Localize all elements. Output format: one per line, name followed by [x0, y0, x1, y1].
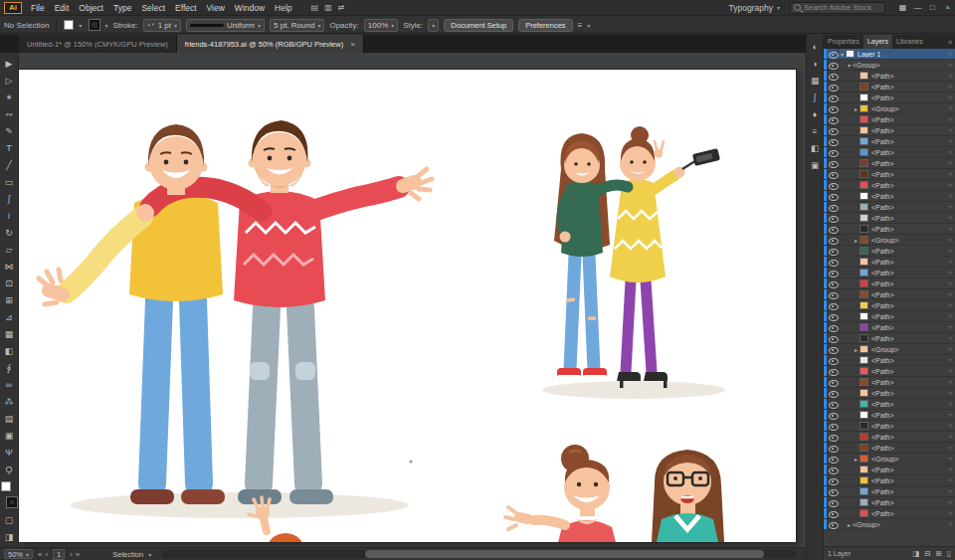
object-row[interactable]: <Path>○ — [824, 443, 955, 454]
target-circle-icon[interactable]: ○ — [948, 488, 952, 494]
object-row[interactable]: <Path>○ — [824, 432, 955, 443]
object-row[interactable]: <Path>○ — [824, 257, 955, 268]
width-profile-dropdown[interactable]: Uniform ▾ — [186, 19, 265, 32]
visibility-eye-icon[interactable] — [827, 213, 839, 224]
layer-row[interactable]: ▾Layer 1○ — [824, 49, 955, 60]
visibility-eye-icon[interactable] — [827, 421, 839, 432]
target-circle-icon[interactable]: ○ — [948, 313, 952, 319]
paintbrush-tool[interactable]: ʃ — [0, 190, 19, 207]
visibility-eye-icon[interactable] — [827, 486, 839, 497]
symbols-panel-icon[interactable]: ♦ — [806, 106, 824, 122]
target-circle-icon[interactable]: ○ — [948, 94, 952, 100]
chevron-down-icon[interactable]: ▾ — [391, 22, 394, 29]
object-row[interactable]: <Path>○ — [824, 279, 955, 289]
visibility-eye-icon[interactable] — [827, 125, 839, 136]
disclosure-right-icon[interactable]: ▸ — [846, 521, 853, 528]
stroke-panel-icon[interactable]: ≡ — [806, 123, 824, 139]
visibility-eye-icon[interactable] — [827, 60, 839, 71]
chevron-down-icon[interactable]: ▾ — [317, 22, 320, 29]
visibility-eye-icon[interactable] — [827, 169, 839, 180]
canvas-artwork[interactable] — [19, 70, 796, 542]
object-row[interactable]: <Path>○ — [824, 377, 955, 388]
stroke-weight-field[interactable]: ▲▼ 1 pt ▾ — [143, 19, 181, 32]
type-tool[interactable]: T — [0, 139, 19, 156]
object-row[interactable]: <Path>○ — [824, 355, 955, 366]
symbol-sprayer-tool[interactable]: ⁂ — [0, 393, 19, 410]
disclosure-right-icon[interactable]: ▸ — [853, 237, 860, 244]
group-row[interactable]: ▸<Group>○ — [824, 103, 955, 114]
eyedropper-tool[interactable]: ∮ — [0, 359, 19, 376]
group-row[interactable]: ▸<Group>○ — [824, 344, 955, 355]
target-circle-icon[interactable]: ○ — [948, 84, 952, 90]
shape-builder-tool[interactable]: ⊞ — [0, 291, 19, 308]
object-row[interactable]: <Path>○ — [824, 289, 955, 300]
object-row[interactable]: <Path>○ — [824, 322, 955, 333]
width-tool[interactable]: ⋈ — [0, 258, 19, 275]
visibility-eye-icon[interactable] — [827, 71, 839, 82]
visibility-eye-icon[interactable] — [827, 388, 839, 399]
target-circle-icon[interactable]: ○ — [948, 379, 952, 385]
disclosure-right-icon[interactable]: ▸ — [853, 456, 860, 463]
opacity-field[interactable]: 100% ▾ — [364, 19, 398, 32]
menu-help[interactable]: Help — [270, 0, 296, 16]
artwork-men-hugging[interactable] — [39, 120, 432, 518]
visibility-eye-icon[interactable] — [827, 268, 839, 279]
object-row[interactable]: <Path>○ — [824, 169, 955, 180]
scale-tool[interactable]: ▱ — [0, 241, 19, 258]
target-circle-icon[interactable]: ○ — [948, 237, 952, 243]
stepper-icon[interactable]: ▲▼ — [147, 23, 155, 27]
object-row[interactable]: <Path>○ — [824, 268, 955, 279]
visibility-eye-icon[interactable] — [827, 519, 839, 530]
object-row[interactable]: <Path>○ — [824, 213, 955, 224]
visibility-eye-icon[interactable] — [827, 103, 839, 114]
menu-select[interactable]: Select — [136, 0, 170, 16]
stroke-color-swatch[interactable] — [90, 20, 99, 30]
menu-object[interactable]: Object — [74, 0, 108, 16]
object-row[interactable]: <Path>○ — [824, 410, 955, 421]
artwork-selfie-women[interactable] — [542, 126, 725, 399]
target-circle-icon[interactable]: ○ — [948, 499, 952, 505]
target-circle-icon[interactable]: ○ — [948, 259, 952, 265]
visibility-eye-icon[interactable] — [827, 344, 839, 355]
object-row[interactable]: <Path>○ — [824, 147, 955, 158]
visibility-eye-icon[interactable] — [827, 180, 839, 191]
artboards-panel-icon[interactable]: ▣ — [806, 157, 824, 173]
object-row[interactable]: <Path>○ — [824, 465, 955, 475]
object-row[interactable]: <Path>○ — [824, 136, 955, 147]
target-circle-icon[interactable]: ○ — [948, 291, 952, 297]
group-row[interactable]: ▸<Group>○ — [824, 454, 955, 465]
tab-close-icon[interactable]: × — [350, 40, 355, 49]
rotate-tool[interactable]: ↻ — [0, 224, 19, 241]
visibility-eye-icon[interactable] — [827, 93, 839, 103]
visibility-eye-icon[interactable] — [827, 410, 839, 421]
artboard-tool[interactable]: ▣ — [0, 427, 19, 444]
visibility-eye-icon[interactable] — [827, 82, 839, 93]
chevron-down-icon[interactable]: ▾ — [148, 551, 151, 558]
target-circle-icon[interactable]: ○ — [948, 193, 952, 199]
target-circle-icon[interactable]: ○ — [948, 270, 952, 276]
stroke-dropdown-icon[interactable]: ▾ — [104, 22, 107, 29]
visibility-eye-icon[interactable] — [827, 202, 839, 213]
object-row[interactable]: <Path>○ — [824, 191, 955, 202]
visibility-eye-icon[interactable] — [827, 432, 839, 443]
visibility-eye-icon[interactable] — [827, 191, 839, 202]
make-mask-icon[interactable]: ◨ — [912, 549, 919, 558]
gradient-panel-icon[interactable]: ◧ — [806, 140, 824, 156]
document-layout-icon[interactable]: ▥ — [324, 0, 332, 16]
arrange-documents-icon[interactable]: ▤ — [311, 0, 319, 16]
target-circle-icon[interactable]: ○ — [948, 280, 952, 286]
target-circle-icon[interactable]: ○ — [948, 357, 952, 363]
panel-tab-libraries[interactable]: Libraries — [892, 35, 927, 49]
blend-tool[interactable]: ∞ — [0, 376, 19, 393]
gradient-tool[interactable]: ◧ — [0, 342, 19, 359]
disclosure-right-icon[interactable]: ▸ — [853, 346, 860, 353]
target-circle-icon[interactable]: ○ — [948, 62, 952, 68]
stock-search-input[interactable] — [804, 3, 881, 12]
mesh-tool[interactable]: ▦ — [0, 325, 19, 342]
target-circle-icon[interactable]: ○ — [948, 368, 952, 374]
menu-window[interactable]: Window — [230, 0, 270, 16]
free-transform-tool[interactable]: ⊡ — [0, 275, 19, 291]
target-circle-icon[interactable]: ○ — [948, 434, 952, 440]
visibility-eye-icon[interactable] — [827, 289, 839, 300]
rectangle-tool[interactable]: ▭ — [0, 173, 19, 190]
